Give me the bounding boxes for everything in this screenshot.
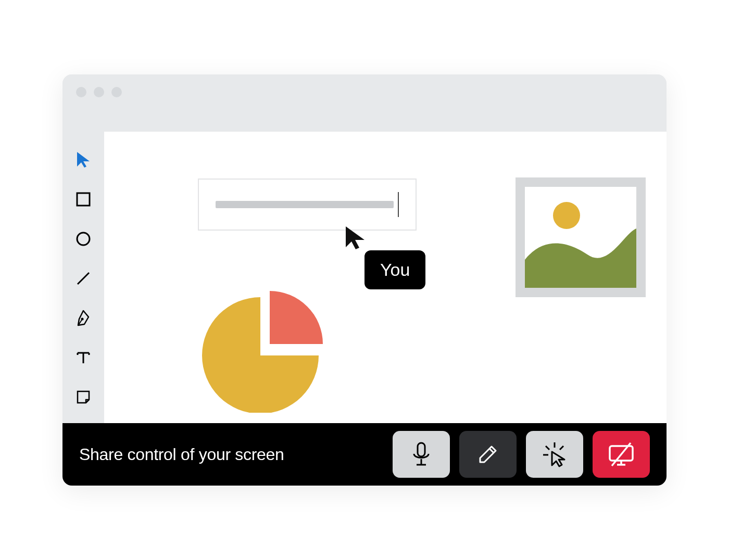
window-minimize-button[interactable] [94, 87, 104, 97]
cursor-user-label: You [364, 250, 425, 289]
window-titlebar [62, 74, 667, 132]
circle-icon [75, 231, 92, 247]
cursor-arrow-icon [344, 225, 367, 250]
pie-chart-shape[interactable] [198, 277, 333, 415]
drawing-canvas[interactable]: You [104, 132, 667, 423]
sticky-note-tool[interactable] [73, 387, 94, 408]
controlbar-status-text: Share control of your screen [79, 445, 383, 464]
left-toolbar [62, 132, 104, 423]
give-control-button[interactable] [526, 431, 583, 478]
app-body: You [62, 132, 667, 423]
square-icon [76, 192, 91, 207]
text-placeholder-line [216, 201, 394, 208]
note-icon [76, 389, 91, 405]
window-controls [76, 87, 122, 97]
image-placeholder[interactable] [516, 177, 646, 297]
pencil-icon [476, 442, 500, 466]
text-caret [398, 192, 399, 217]
screen-off-icon [607, 442, 636, 467]
window-close-button[interactable] [76, 87, 86, 97]
svg-point-5 [553, 202, 580, 229]
select-tool[interactable] [73, 149, 94, 170]
svg-line-11 [546, 446, 549, 450]
text-input-box[interactable] [198, 179, 417, 231]
text-icon [76, 350, 91, 365]
pen-nib-icon [75, 310, 92, 326]
text-tool[interactable] [73, 347, 94, 368]
svg-point-1 [77, 233, 90, 245]
app-window: You Share control of your screen [62, 74, 667, 486]
microphone-icon [410, 441, 432, 467]
svg-line-9 [489, 449, 494, 453]
user-cursor [344, 225, 367, 252]
line-tool[interactable] [73, 268, 94, 289]
landscape-icon [525, 187, 636, 288]
image-inner [525, 187, 636, 288]
cursor-click-icon [541, 440, 569, 468]
pen-tool[interactable] [73, 308, 94, 328]
svg-line-12 [560, 446, 563, 450]
circle-tool[interactable] [73, 228, 94, 249]
svg-line-2 [78, 273, 89, 284]
window-maximize-button[interactable] [111, 87, 122, 97]
draw-pencil-button[interactable] [459, 431, 517, 478]
microphone-button[interactable] [393, 431, 450, 478]
line-icon [75, 270, 92, 287]
rectangle-tool[interactable] [73, 189, 94, 210]
pie-chart-icon [198, 277, 333, 413]
svg-rect-0 [77, 193, 90, 206]
screen-share-controlbar: Share control of your screen [62, 423, 667, 486]
pointer-icon [76, 151, 91, 169]
stop-sharing-button[interactable] [593, 431, 650, 478]
svg-rect-6 [418, 443, 425, 456]
